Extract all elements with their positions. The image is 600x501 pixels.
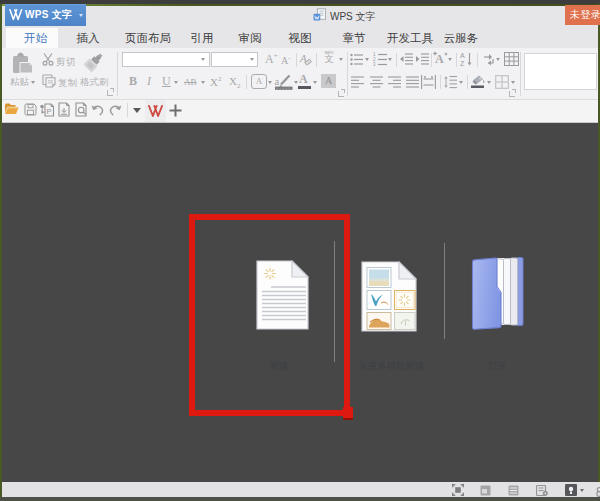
- wps-window: WPS 文字 WPS 文字 未登录 开始 插入 页面布局 引用 审阅 视图 章节…: [0, 0, 600, 501]
- align-center-button[interactable]: [370, 76, 383, 88]
- templates-icon[interactable]: [361, 261, 419, 332]
- superscript-button[interactable]: X2: [210, 75, 221, 88]
- tab-list-caret-icon[interactable]: [133, 108, 141, 113]
- font-color-button[interactable]: A: [299, 72, 308, 87]
- undo-button[interactable]: [91, 104, 104, 116]
- paragraph-dialog-launcher[interactable]: [509, 91, 515, 97]
- open-file-button[interactable]: [4, 102, 19, 115]
- paste-label[interactable]: 粘贴: [10, 76, 29, 89]
- eye-protect-caret-icon[interactable]: [580, 489, 584, 492]
- cut-icon: [42, 53, 54, 66]
- print-button[interactable]: [57, 102, 72, 117]
- shading-caret-icon[interactable]: [487, 81, 491, 84]
- save-button[interactable]: [24, 103, 37, 116]
- strikethrough-button[interactable]: AB: [184, 77, 197, 87]
- toolbar-separator: [477, 53, 478, 67]
- justify-button[interactable]: [406, 76, 419, 88]
- copy-label[interactable]: 复制: [58, 77, 77, 90]
- export-pdf-button[interactable]: P: [40, 102, 55, 117]
- paste-caret-icon[interactable]: [31, 81, 35, 84]
- pinyin-caret-icon[interactable]: [339, 58, 343, 61]
- font-name-combobox[interactable]: [122, 52, 210, 67]
- text-effect-button[interactable]: A: [251, 74, 267, 89]
- pinyin-guide-button[interactable]: wén 文: [321, 50, 337, 64]
- font-name-caret-icon[interactable]: [201, 58, 205, 61]
- tab-insert[interactable]: 插入: [68, 28, 108, 48]
- app-menu-label: WPS 文字: [25, 8, 72, 22]
- subscript-button[interactable]: X2: [229, 75, 240, 90]
- font-dialog-launcher[interactable]: [338, 91, 344, 97]
- tab-cloud[interactable]: 云服务: [440, 28, 482, 48]
- fit-page-button[interactable]: [452, 484, 464, 496]
- toolbar-separator: [456, 53, 457, 67]
- highlight-button[interactable]: a: [274, 72, 294, 90]
- toolbar-separator: [117, 52, 118, 96]
- line-spacing-caret-icon[interactable]: [459, 81, 463, 84]
- italic-button[interactable]: I: [147, 74, 151, 89]
- char-shading-button[interactable]: A: [321, 74, 336, 88]
- zoom-control-clipped[interactable]: [595, 487, 600, 497]
- text-tool-caret-icon[interactable]: [448, 58, 452, 61]
- paragraph-mark-button[interactable]: [482, 53, 495, 66]
- clipboard-dialog-launcher[interactable]: [107, 90, 113, 96]
- read-mode-button[interactable]: [536, 485, 548, 496]
- sort-button[interactable]: A Z: [460, 51, 473, 67]
- tab-home[interactable]: 开始: [6, 28, 58, 48]
- bullets-button[interactable]: [350, 53, 364, 66]
- format-painter-label[interactable]: 格式刷: [80, 76, 109, 89]
- eye-protect-button[interactable]: [565, 484, 577, 496]
- distribute-button[interactable]: [421, 75, 436, 89]
- borders-caret-icon[interactable]: [511, 81, 515, 84]
- toolbar-separator: [520, 52, 521, 96]
- redo-button[interactable]: [109, 104, 122, 116]
- new-document-label[interactable]: 新建: [270, 360, 289, 373]
- copy-icon: [42, 74, 56, 88]
- underline-button[interactable]: U: [162, 74, 171, 89]
- styles-gallery[interactable]: [524, 53, 597, 90]
- outline-view-button[interactable]: [508, 485, 519, 496]
- cut-label[interactable]: 剪切: [56, 56, 75, 69]
- font-color-caret-icon[interactable]: [313, 81, 317, 84]
- font-color-bar: [298, 86, 311, 89]
- print-preview-button[interactable]: [74, 102, 89, 117]
- svg-text:3: 3: [373, 62, 376, 66]
- tab-view[interactable]: 视图: [280, 28, 320, 48]
- page-view-button[interactable]: [480, 485, 491, 496]
- templates-label[interactable]: 从更多模板新建: [359, 360, 424, 373]
- open-label[interactable]: 打开: [488, 360, 507, 373]
- line-spacing-button[interactable]: [444, 75, 457, 89]
- wps-logo-icon: [9, 9, 24, 21]
- font-size-caret-icon[interactable]: [250, 58, 254, 61]
- borders-button[interactable]: [495, 75, 509, 89]
- tab-review[interactable]: 审阅: [230, 28, 270, 48]
- bullets-caret-icon[interactable]: [365, 58, 369, 61]
- annotation-red-handle: [343, 407, 353, 420]
- tab-page-layout[interactable]: 页面布局: [116, 28, 180, 48]
- login-button[interactable]: 未登录: [565, 5, 600, 25]
- svg-text:A: A: [460, 52, 465, 59]
- align-left-button[interactable]: [351, 76, 364, 88]
- underline-caret-icon[interactable]: [174, 81, 178, 84]
- tab-references[interactable]: 引用: [182, 28, 222, 48]
- shading-button[interactable]: [470, 73, 486, 89]
- insert-table-button[interactable]: [504, 52, 519, 67]
- new-tab-button[interactable]: [169, 104, 182, 117]
- highlight-caret-icon[interactable]: [294, 81, 298, 84]
- grow-font-button[interactable]: A+: [265, 52, 278, 67]
- app-menu-caret-icon: [79, 14, 83, 17]
- tab-developer[interactable]: 开发工具: [382, 28, 438, 48]
- bold-button[interactable]: B: [129, 74, 137, 89]
- numbering-caret-icon[interactable]: [388, 58, 392, 61]
- shrink-font-button[interactable]: A-: [281, 54, 291, 66]
- strikethrough-caret-icon[interactable]: [201, 81, 205, 84]
- text-effect-caret-icon[interactable]: [268, 81, 272, 84]
- increase-indent-button[interactable]: [415, 53, 429, 66]
- toolbar-separator: [127, 103, 128, 117]
- tab-section[interactable]: 章节: [334, 28, 374, 48]
- paragraph-mark-caret-icon[interactable]: [496, 58, 500, 61]
- open-folder-icon[interactable]: [469, 253, 525, 331]
- numbering-button[interactable]: 123: [373, 52, 387, 66]
- decrease-indent-button[interactable]: [399, 53, 413, 66]
- align-right-button[interactable]: [388, 76, 401, 88]
- new-document-icon[interactable]: [256, 260, 309, 330]
